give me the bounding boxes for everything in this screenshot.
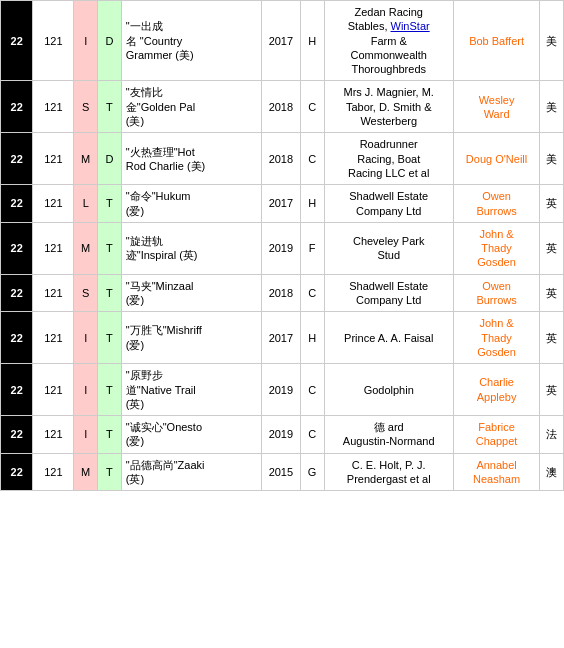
- sex: H: [300, 185, 324, 223]
- row-letter1: I: [74, 416, 98, 454]
- trainer: Bob Baffert: [453, 1, 539, 81]
- trainer: Doug O'Neill: [453, 133, 539, 185]
- owner: Mrs J. Magnier, M.Tabor, D. Smith &Weste…: [324, 81, 453, 133]
- row-weight: 121: [33, 364, 74, 416]
- horse-name: "原野步道"Native Trail(英): [121, 364, 261, 416]
- row-letter2: T: [98, 453, 122, 491]
- row-letter2: T: [98, 274, 122, 312]
- birth-year: 2015: [261, 453, 300, 491]
- horse-name: "友情比金"Golden Pal(美): [121, 81, 261, 133]
- owner: Godolphin: [324, 364, 453, 416]
- table-row: 22 121 M T "旋进轨迹"Inspiral (英) 2019 F Che…: [1, 222, 564, 274]
- row-letter2: T: [98, 185, 122, 223]
- row-number: 22: [1, 416, 33, 454]
- birth-year: 2019: [261, 416, 300, 454]
- row-letter1: M: [74, 222, 98, 274]
- row-number: 22: [1, 81, 33, 133]
- trainer: OwenBurrows: [453, 185, 539, 223]
- trainer: AnnabelNeasham: [453, 453, 539, 491]
- owner: Shadwell EstateCompany Ltd: [324, 274, 453, 312]
- sex: C: [300, 81, 324, 133]
- row-number: 22: [1, 185, 33, 223]
- trainer: OwenBurrows: [453, 274, 539, 312]
- horse-name: "万胜飞"Mishriff(爱): [121, 312, 261, 364]
- owner: Shadwell EstateCompany Ltd: [324, 185, 453, 223]
- country: 英: [540, 312, 564, 364]
- country: 英: [540, 185, 564, 223]
- row-weight: 121: [33, 81, 74, 133]
- horse-name: "诚实心"Onesto(爱): [121, 416, 261, 454]
- row-letter2: T: [98, 364, 122, 416]
- row-number: 22: [1, 274, 33, 312]
- country: 英: [540, 222, 564, 274]
- table-row: 22 121 I T "万胜飞"Mishriff(爱) 2017 H Princ…: [1, 312, 564, 364]
- row-letter2: D: [98, 1, 122, 81]
- sex: F: [300, 222, 324, 274]
- table-row: 22 121 I T "诚实心"Onesto(爱) 2019 C 德 ardAu…: [1, 416, 564, 454]
- sex: C: [300, 364, 324, 416]
- race-table: 22 121 I D "一出成名 "CountryGrammer (美) 201…: [0, 0, 564, 491]
- row-letter1: S: [74, 274, 98, 312]
- country: 英: [540, 364, 564, 416]
- birth-year: 2018: [261, 274, 300, 312]
- country: 澳: [540, 453, 564, 491]
- row-weight: 121: [33, 1, 74, 81]
- row-letter1: I: [74, 1, 98, 81]
- table-row: 22 121 M D "火热查理"HotRod Charlie (美) 2018…: [1, 133, 564, 185]
- sex: C: [300, 133, 324, 185]
- row-letter1: S: [74, 81, 98, 133]
- row-letter2: T: [98, 416, 122, 454]
- row-letter2: T: [98, 312, 122, 364]
- row-letter2: T: [98, 222, 122, 274]
- country: 美: [540, 81, 564, 133]
- row-weight: 121: [33, 416, 74, 454]
- owner: Zedan RacingStables, WinStarFarm &Common…: [324, 1, 453, 81]
- row-weight: 121: [33, 185, 74, 223]
- row-number: 22: [1, 1, 33, 81]
- country: 美: [540, 133, 564, 185]
- owner: Cheveley ParkStud: [324, 222, 453, 274]
- owner: C. E. Holt, P. J.Prendergast et al: [324, 453, 453, 491]
- trainer: CharlieAppleby: [453, 364, 539, 416]
- sex: C: [300, 416, 324, 454]
- table-row: 22 121 I D "一出成名 "CountryGrammer (美) 201…: [1, 1, 564, 81]
- country: 美: [540, 1, 564, 81]
- country: 英: [540, 274, 564, 312]
- row-weight: 121: [33, 133, 74, 185]
- row-number: 22: [1, 453, 33, 491]
- row-letter1: L: [74, 185, 98, 223]
- horse-name: "火热查理"HotRod Charlie (美): [121, 133, 261, 185]
- owner: RoadrunnerRacing, BoatRacing LLC et al: [324, 133, 453, 185]
- row-number: 22: [1, 312, 33, 364]
- row-weight: 121: [33, 312, 74, 364]
- row-number: 22: [1, 133, 33, 185]
- owner: 德 ardAugustin-Normand: [324, 416, 453, 454]
- table-row: 22 121 S T "马夹"Minzaal(爱) 2018 C Shadwel…: [1, 274, 564, 312]
- row-number: 22: [1, 364, 33, 416]
- trainer: John &ThadyGosden: [453, 312, 539, 364]
- row-letter1: M: [74, 133, 98, 185]
- horse-name: "品德高尚"Zaaki(英): [121, 453, 261, 491]
- sex: G: [300, 453, 324, 491]
- row-letter2: D: [98, 133, 122, 185]
- owner: Prince A. A. Faisal: [324, 312, 453, 364]
- horse-name: "一出成名 "CountryGrammer (美): [121, 1, 261, 81]
- horse-name: "马夹"Minzaal(爱): [121, 274, 261, 312]
- birth-year: 2017: [261, 185, 300, 223]
- row-letter1: M: [74, 453, 98, 491]
- birth-year: 2017: [261, 1, 300, 81]
- row-weight: 121: [33, 222, 74, 274]
- row-letter2: T: [98, 81, 122, 133]
- sex: H: [300, 1, 324, 81]
- row-weight: 121: [33, 274, 74, 312]
- trainer: FabriceChappet: [453, 416, 539, 454]
- birth-year: 2018: [261, 133, 300, 185]
- row-weight: 121: [33, 453, 74, 491]
- table-row: 22 121 M T "品德高尚"Zaaki(英) 2015 G C. E. H…: [1, 453, 564, 491]
- birth-year: 2019: [261, 364, 300, 416]
- table-row: 22 121 I T "原野步道"Native Trail(英) 2019 C …: [1, 364, 564, 416]
- table-row: 22 121 L T "命令"Hukum(爱) 2017 H Shadwell …: [1, 185, 564, 223]
- country: 法: [540, 416, 564, 454]
- trainer: WesleyWard: [453, 81, 539, 133]
- birth-year: 2018: [261, 81, 300, 133]
